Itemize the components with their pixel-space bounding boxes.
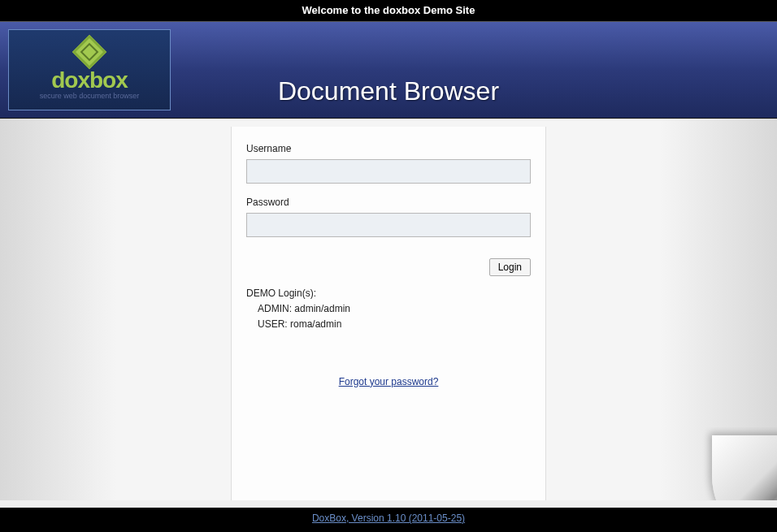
username-label: Username <box>246 143 531 154</box>
content-area: Username Password Login DEMO Login(s): A… <box>0 119 777 500</box>
footer: DoxBox, Version 1.10 (2011-05-25) <box>0 508 777 532</box>
username-input[interactable] <box>246 159 531 184</box>
logo[interactable]: doxbox secure web document browser <box>8 29 171 110</box>
login-button-row: Login <box>246 258 531 276</box>
logo-tagline: secure web document browser <box>40 92 140 100</box>
page-curl-decoration <box>688 427 777 500</box>
password-input[interactable] <box>246 213 531 237</box>
demo-admin-credentials: ADMIN: admin/admin <box>246 301 531 317</box>
demo-info: DEMO Login(s): ADMIN: admin/admin USER: … <box>246 286 531 333</box>
header: doxbox secure web document browser Docum… <box>0 21 777 119</box>
version-link[interactable]: DoxBox, Version 1.10 (2011-05-25) <box>312 513 465 524</box>
forgot-password-link[interactable]: Forgot your password? <box>339 376 439 387</box>
login-button[interactable]: Login <box>489 258 531 276</box>
logo-diamond-icon <box>72 35 106 69</box>
logo-name: doxbox <box>51 67 128 93</box>
demo-heading: DEMO Login(s): <box>246 286 531 301</box>
welcome-text: Welcome to the doxbox Demo Site <box>302 4 475 16</box>
page-title: Document Browser <box>278 76 499 106</box>
login-panel: Username Password Login DEMO Login(s): A… <box>231 127 546 500</box>
top-bar: Welcome to the doxbox Demo Site <box>0 0 777 21</box>
password-label: Password <box>246 197 531 208</box>
forgot-password-row: Forgot your password? <box>246 374 531 388</box>
demo-user-credentials: USER: roma/admin <box>246 317 531 332</box>
